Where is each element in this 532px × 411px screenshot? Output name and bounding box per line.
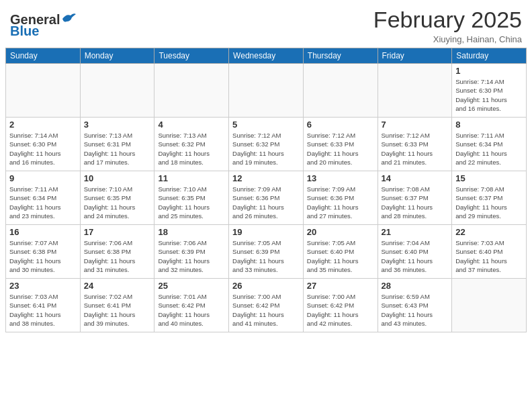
title-block: February 2025 Xiuying, Hainan, China — [373, 7, 522, 44]
calendar-cell: 7Sunrise: 7:12 AM Sunset: 6:33 PM Daylig… — [378, 118, 452, 171]
day-info: Sunrise: 7:05 AM Sunset: 6:40 PM Dayligh… — [307, 238, 374, 274]
day-info: Sunrise: 7:10 AM Sunset: 6:35 PM Dayligh… — [84, 185, 151, 220]
calendar-cell: 16Sunrise: 7:07 AM Sunset: 6:38 PM Dayli… — [6, 225, 81, 279]
day-info: Sunrise: 7:11 AM Sunset: 6:34 PM Dayligh… — [9, 185, 77, 220]
calendar-cell: 24Sunrise: 7:02 AM Sunset: 6:41 PM Dayli… — [80, 279, 154, 332]
calendar-cell: 21Sunrise: 7:04 AM Sunset: 6:40 PM Dayli… — [378, 225, 452, 279]
calendar-cell — [303, 64, 378, 118]
logo-bird-icon — [61, 12, 76, 24]
day-info: Sunrise: 7:12 AM Sunset: 6:33 PM Dayligh… — [382, 131, 449, 167]
calendar-cell: 14Sunrise: 7:08 AM Sunset: 6:37 PM Dayli… — [378, 171, 452, 225]
day-info: Sunrise: 7:12 AM Sunset: 6:33 PM Dayligh… — [307, 131, 374, 167]
day-number: 27 — [307, 281, 374, 291]
calendar-cell: 15Sunrise: 7:08 AM Sunset: 6:37 PM Dayli… — [452, 171, 527, 225]
day-info: Sunrise: 7:13 AM Sunset: 6:31 PM Dayligh… — [84, 131, 151, 167]
day-number: 20 — [307, 227, 374, 237]
day-info: Sunrise: 7:13 AM Sunset: 6:32 PM Dayligh… — [158, 131, 225, 167]
calendar-cell: 25Sunrise: 7:01 AM Sunset: 6:42 PM Dayli… — [154, 279, 229, 332]
calendar-cell: 3Sunrise: 7:13 AM Sunset: 6:31 PM Daylig… — [80, 118, 154, 171]
day-info: Sunrise: 7:10 AM Sunset: 6:35 PM Dayligh… — [158, 185, 225, 220]
calendar-cell: 18Sunrise: 7:06 AM Sunset: 6:39 PM Dayli… — [154, 225, 229, 279]
weekday-header-saturday: Saturday — [452, 48, 527, 64]
day-number: 10 — [84, 173, 151, 183]
page-header: General Blue February 2025 Xiuying, Hain… — [0, 0, 532, 48]
calendar-cell: 1Sunrise: 7:14 AM Sunset: 6:30 PM Daylig… — [452, 64, 527, 118]
day-info: Sunrise: 7:03 AM Sunset: 6:41 PM Dayligh… — [9, 292, 77, 328]
day-number: 11 — [158, 173, 225, 183]
calendar-container: SundayMondayTuesdayWednesdayThursdayFrid… — [0, 48, 532, 332]
day-info: Sunrise: 7:01 AM Sunset: 6:42 PM Dayligh… — [158, 292, 225, 328]
calendar-cell: 9Sunrise: 7:11 AM Sunset: 6:34 PM Daylig… — [6, 171, 81, 225]
calendar-cell — [452, 279, 527, 332]
calendar-cell: 23Sunrise: 7:03 AM Sunset: 6:41 PM Dayli… — [6, 279, 81, 332]
logo-blue: Blue — [10, 24, 76, 39]
calendar-cell: 8Sunrise: 7:11 AM Sunset: 6:34 PM Daylig… — [452, 118, 527, 171]
day-number: 13 — [307, 173, 374, 183]
calendar-cell: 28Sunrise: 6:59 AM Sunset: 6:43 PM Dayli… — [378, 279, 452, 332]
calendar-cell — [378, 64, 452, 118]
day-number: 4 — [158, 120, 225, 130]
calendar-cell: 5Sunrise: 7:12 AM Sunset: 6:32 PM Daylig… — [229, 118, 304, 171]
calendar-cell — [229, 64, 304, 118]
calendar-cell — [154, 64, 229, 118]
day-info: Sunrise: 7:14 AM Sunset: 6:30 PM Dayligh… — [455, 77, 523, 113]
calendar-cell: 19Sunrise: 7:05 AM Sunset: 6:39 PM Dayli… — [229, 225, 304, 279]
day-info: Sunrise: 7:08 AM Sunset: 6:37 PM Dayligh… — [455, 185, 523, 220]
day-number: 16 — [9, 227, 77, 237]
calendar-cell: 20Sunrise: 7:05 AM Sunset: 6:40 PM Dayli… — [303, 225, 378, 279]
calendar-cell: 17Sunrise: 7:06 AM Sunset: 6:38 PM Dayli… — [80, 225, 154, 279]
day-number: 18 — [158, 227, 225, 237]
day-number: 21 — [382, 227, 449, 237]
week-row-2: 9Sunrise: 7:11 AM Sunset: 6:34 PM Daylig… — [6, 171, 527, 225]
day-info: Sunrise: 7:00 AM Sunset: 6:42 PM Dayligh… — [232, 292, 300, 328]
day-number: 26 — [232, 281, 300, 291]
day-number: 22 — [455, 227, 523, 237]
calendar-cell: 12Sunrise: 7:09 AM Sunset: 6:36 PM Dayli… — [229, 171, 304, 225]
calendar-cell: 13Sunrise: 7:09 AM Sunset: 6:36 PM Dayli… — [303, 171, 378, 225]
day-info: Sunrise: 6:59 AM Sunset: 6:43 PM Dayligh… — [382, 292, 449, 328]
day-info: Sunrise: 7:07 AM Sunset: 6:38 PM Dayligh… — [9, 238, 77, 274]
calendar-cell: 10Sunrise: 7:10 AM Sunset: 6:35 PM Dayli… — [80, 171, 154, 225]
weekday-header-monday: Monday — [80, 48, 154, 64]
weekday-header-wednesday: Wednesday — [229, 48, 304, 64]
day-number: 9 — [9, 173, 77, 183]
month-year: February 2025 — [373, 7, 522, 33]
day-info: Sunrise: 7:08 AM Sunset: 6:37 PM Dayligh… — [382, 185, 449, 220]
location: Xiuying, Hainan, China — [373, 34, 522, 44]
day-number: 8 — [455, 120, 523, 130]
week-row-0: 1Sunrise: 7:14 AM Sunset: 6:30 PM Daylig… — [6, 64, 527, 118]
day-number: 2 — [9, 120, 77, 130]
day-info: Sunrise: 7:02 AM Sunset: 6:41 PM Dayligh… — [84, 292, 151, 328]
week-row-1: 2Sunrise: 7:14 AM Sunset: 6:30 PM Daylig… — [6, 118, 527, 171]
weekday-header-thursday: Thursday — [303, 48, 378, 64]
day-info: Sunrise: 7:04 AM Sunset: 6:40 PM Dayligh… — [382, 238, 449, 274]
day-info: Sunrise: 7:05 AM Sunset: 6:39 PM Dayligh… — [232, 238, 300, 274]
day-number: 25 — [158, 281, 225, 291]
calendar-cell: 2Sunrise: 7:14 AM Sunset: 6:30 PM Daylig… — [6, 118, 81, 171]
calendar-table: SundayMondayTuesdayWednesdayThursdayFrid… — [5, 48, 527, 332]
day-info: Sunrise: 7:03 AM Sunset: 6:40 PM Dayligh… — [455, 238, 523, 274]
day-number: 14 — [382, 173, 449, 183]
calendar-cell: 11Sunrise: 7:10 AM Sunset: 6:35 PM Dayli… — [154, 171, 229, 225]
week-row-4: 23Sunrise: 7:03 AM Sunset: 6:41 PM Dayli… — [6, 279, 527, 332]
day-info: Sunrise: 7:06 AM Sunset: 6:38 PM Dayligh… — [84, 238, 151, 274]
day-number: 24 — [84, 281, 151, 291]
calendar-cell: 26Sunrise: 7:00 AM Sunset: 6:42 PM Dayli… — [229, 279, 304, 332]
day-info: Sunrise: 7:14 AM Sunset: 6:30 PM Dayligh… — [9, 131, 77, 167]
day-info: Sunrise: 7:00 AM Sunset: 6:42 PM Dayligh… — [307, 292, 374, 328]
day-number: 17 — [84, 227, 151, 237]
day-number: 7 — [382, 120, 449, 130]
calendar-cell — [80, 64, 154, 118]
weekday-header-tuesday: Tuesday — [154, 48, 229, 64]
calendar-cell — [6, 64, 81, 118]
day-number: 28 — [382, 281, 449, 291]
day-info: Sunrise: 7:12 AM Sunset: 6:32 PM Dayligh… — [232, 131, 300, 167]
day-number: 12 — [232, 173, 300, 183]
day-number: 19 — [232, 227, 300, 237]
day-number: 15 — [455, 173, 523, 183]
day-info: Sunrise: 7:06 AM Sunset: 6:39 PM Dayligh… — [158, 238, 225, 274]
calendar-cell: 4Sunrise: 7:13 AM Sunset: 6:32 PM Daylig… — [154, 118, 229, 171]
calendar-cell: 6Sunrise: 7:12 AM Sunset: 6:33 PM Daylig… — [303, 118, 378, 171]
calendar-cell: 27Sunrise: 7:00 AM Sunset: 6:42 PM Dayli… — [303, 279, 378, 332]
day-number: 6 — [307, 120, 374, 130]
